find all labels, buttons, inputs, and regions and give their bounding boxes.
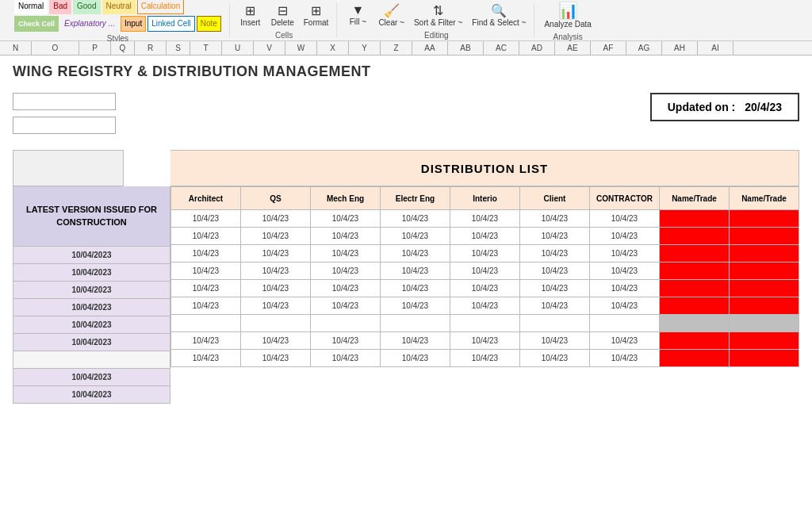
left-date-row-8: 10/04/2023 — [13, 386, 170, 404]
sort-filter-button[interactable]: ⇅ Sort & Filter ~ — [411, 2, 465, 29]
left-date-row-5: 10/04/2023 — [13, 334, 170, 351]
left-date-row-7: 10/04/2023 — [13, 369, 170, 386]
dist-cell-2-6: 10/4/23 — [590, 245, 660, 262]
style-calculation[interactable]: Calculation — [137, 0, 184, 14]
dist-cell-4-3: 10/4/23 — [381, 280, 450, 297]
dist-cell-6-8 — [730, 315, 799, 332]
col-header-Y: Y — [349, 41, 381, 55]
dist-cell-6-6 — [590, 315, 660, 332]
column-headers: N O P Q R S T U V W X Y Z AA AB AC AD AE… — [0, 41, 812, 56]
dist-cell-7-1: 10/4/23 — [241, 332, 311, 350]
style-bad[interactable]: Bad — [49, 0, 71, 14]
top-section: Updated on : 20/4/23 — [13, 93, 799, 134]
dist-data-row-5: 10/4/2310/4/2310/4/2310/4/2310/4/2310/4/… — [170, 297, 799, 315]
dist-cell-8-8 — [730, 350, 799, 367]
dist-cell-6-5 — [520, 315, 590, 332]
dist-cell-6-0 — [171, 315, 241, 332]
dist-header-architect: Architect — [171, 186, 241, 210]
dist-cell-0-6: 10/4/23 — [590, 210, 660, 228]
col-header-Q: Q — [111, 41, 135, 55]
analyze-data-button[interactable]: 📊 Analyze Data — [541, 0, 594, 30]
style-input[interactable]: Input — [121, 16, 146, 32]
dist-cell-4-7 — [660, 280, 730, 297]
distribution-table: LATEST VERSION ISSUED FOR CONSTRUCTION 1… — [13, 150, 799, 404]
input-field-2[interactable] — [13, 117, 116, 134]
delete-button[interactable]: ⊟ Delete — [268, 2, 297, 29]
insert-icon: ⊞ — [245, 3, 255, 18]
dist-data-row-2: 10/4/2310/4/2310/4/2310/4/2310/4/2310/4/… — [170, 245, 799, 262]
dist-cell-2-7 — [660, 245, 730, 262]
sort-icon: ⇅ — [433, 3, 443, 18]
dist-cell-0-3: 10/4/23 — [381, 210, 450, 228]
dist-cell-4-6: 10/4/23 — [590, 280, 660, 297]
delete-icon: ⊟ — [278, 3, 288, 18]
style-linked-cell[interactable]: Linked Cell — [147, 16, 194, 32]
dist-header-electr-eng: Electr Eng — [381, 186, 450, 210]
style-good[interactable]: Good — [73, 0, 100, 14]
dist-cell-6-1 — [241, 315, 311, 332]
col-header-R: R — [135, 41, 167, 55]
input-field-1[interactable] — [13, 93, 116, 110]
format-button[interactable]: ⊞ Format — [301, 2, 332, 29]
dist-cell-3-0: 10/4/23 — [171, 262, 241, 280]
style-neutral[interactable]: Neutral — [102, 0, 136, 14]
left-date-row-4: 10/04/2023 — [13, 316, 170, 334]
dist-cell-1-2: 10/4/23 — [311, 228, 381, 245]
col-header-AG: AG — [626, 41, 662, 55]
col-header-T: T — [190, 41, 222, 55]
dist-cell-5-5: 10/4/23 — [520, 297, 590, 315]
fill-button[interactable]: ▼ Fill ~ — [343, 2, 372, 28]
editing-group-label: Editing — [424, 31, 449, 40]
left-date-row-0: 10/04/2023 — [13, 247, 170, 264]
dist-cell-7-0: 10/4/23 — [171, 332, 241, 350]
dist-cell-4-5: 10/4/23 — [520, 280, 590, 297]
col-header-AB: AB — [448, 41, 484, 55]
dist-data-row-0: 10/4/2310/4/2310/4/2310/4/2310/4/2310/4/… — [170, 210, 799, 228]
dist-cell-8-4: 10/4/23 — [450, 350, 520, 367]
col-header-N: N — [0, 41, 32, 55]
updated-label: Updated on : — [668, 101, 736, 113]
style-explanatory[interactable]: Explanatory ... — [60, 16, 119, 32]
insert-button[interactable]: ⊞ Insert — [236, 2, 265, 29]
col-header-AI: AI — [698, 41, 733, 55]
col-header-AF: AF — [591, 41, 626, 55]
dist-cell-7-6: 10/4/23 — [590, 332, 660, 350]
dist-cell-5-6: 10/4/23 — [590, 297, 660, 315]
format-icon: ⊞ — [311, 3, 321, 18]
find-icon: 🔍 — [491, 3, 507, 18]
dist-cell-8-1: 10/4/23 — [241, 350, 311, 367]
dist-cell-7-7 — [660, 332, 730, 350]
dist-cell-5-0: 10/4/23 — [171, 297, 241, 315]
col-header-V: V — [254, 41, 285, 55]
style-note[interactable]: Note — [197, 16, 221, 32]
left-header-label: LATEST VERSION ISSUED FOR CONSTRUCTION — [13, 186, 170, 247]
find-select-button[interactable]: 🔍 Find & Select ~ — [469, 2, 529, 29]
col-header-AE: AE — [555, 41, 591, 55]
style-check-cell[interactable]: Check Cell — [14, 16, 59, 32]
dist-cell-4-1: 10/4/23 — [241, 280, 311, 297]
clear-icon: 🧹 — [384, 3, 400, 18]
col-header-AD: AD — [519, 41, 555, 55]
dist-cell-5-2: 10/4/23 — [311, 297, 381, 315]
col-header-W: W — [285, 41, 317, 55]
style-normal[interactable]: Normal — [14, 0, 48, 14]
distribution-headers: ArchitectQSMech EngElectr EngInterioClie… — [170, 186, 799, 210]
col-header-AH: AH — [662, 41, 698, 55]
dist-header-contractor: CONTRACTOR — [590, 186, 660, 210]
dist-cell-2-5: 10/4/23 — [520, 245, 590, 262]
dist-cell-1-3: 10/4/23 — [381, 228, 450, 245]
dist-cell-2-4: 10/4/23 — [450, 245, 520, 262]
col-header-AA: AA — [412, 41, 448, 55]
dist-cell-3-2: 10/4/23 — [311, 262, 381, 280]
col-header-P: P — [79, 41, 111, 55]
dist-cell-3-8 — [730, 262, 799, 280]
clear-button[interactable]: 🧹 Clear ~ — [375, 2, 408, 29]
dist-cell-0-7 — [660, 210, 730, 228]
dist-cell-5-1: 10/4/23 — [241, 297, 311, 315]
left-date-row-1: 10/04/2023 — [13, 264, 170, 282]
dist-cell-1-5: 10/4/23 — [520, 228, 590, 245]
dist-header-qs: QS — [241, 186, 311, 210]
analysis-group: 📊 Analyze Data Analysis — [536, 3, 599, 37]
col-header-S: S — [167, 41, 190, 55]
page-title: WING REGISTRY & DISTRIBUTION MANAGEMENT — [13, 63, 799, 80]
